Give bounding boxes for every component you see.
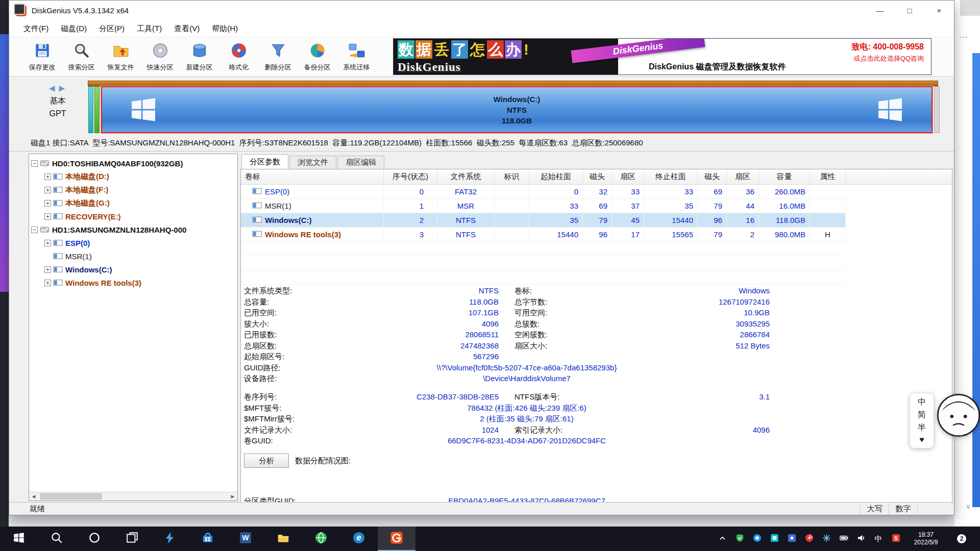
esp-partition-block[interactable]	[88, 86, 93, 133]
next-disk-button[interactable]: ▶	[59, 84, 65, 92]
menu-item-3[interactable]: 分区(P)	[93, 24, 131, 34]
pinned-app-word[interactable]: W	[227, 527, 264, 551]
tree-item[interactable]: −HD0:TOSHIBAMQ04ABF100(932GB)	[29, 157, 237, 170]
ime-statusbar[interactable]: 中简半♥	[910, 393, 980, 448]
tree-item[interactable]: +本地磁盘(F:)	[29, 183, 237, 196]
menu-item-4[interactable]: 工具(T)	[131, 24, 168, 34]
taskbar-clock[interactable]: 18:37 2022/5/9	[904, 531, 947, 546]
close-button[interactable]: ×	[924, 1, 954, 20]
column-header-4[interactable]: 标识	[495, 169, 529, 184]
column-header-1[interactable]: 卷标	[241, 169, 384, 184]
column-header-8[interactable]: 终止柱面	[644, 169, 698, 184]
pinned-app-edge[interactable]: e	[340, 527, 378, 551]
action-center-button[interactable]: 2	[947, 527, 976, 551]
tray-red-pinwheel[interactable]	[800, 527, 818, 551]
expand-icon[interactable]: +	[44, 213, 51, 220]
toolbar-backup-partition-button[interactable]: 备份分区	[298, 38, 337, 75]
partition-table-row[interactable]: ESP(0)0FAT3203233336936260.0MB	[241, 185, 846, 199]
maximize-button[interactable]: □	[895, 1, 924, 20]
tab-partition-params[interactable]: 分区参数	[241, 154, 288, 169]
tray-blue-circle[interactable]	[748, 527, 766, 551]
column-header-6[interactable]: 磁头	[583, 169, 612, 184]
sogou-mode-item-3[interactable]: 半	[918, 422, 926, 433]
column-header-3[interactable]: 文件系统	[437, 169, 495, 184]
tree-horizontal-scrollbar[interactable]: ◀ ▶	[29, 492, 237, 500]
menu-bar: 文件(F)磁盘(D)分区(P)工具(T)查看(V)帮助(H)	[9, 20, 954, 37]
scroll-left-icon[interactable]: ◀	[29, 494, 38, 499]
tray-teal-app[interactable]	[766, 527, 783, 551]
column-header-10[interactable]: 扇区	[727, 169, 759, 184]
sogou-mode-item-4[interactable]: ♥	[919, 435, 924, 444]
column-header-11[interactable]: 容量	[759, 169, 810, 184]
toolbar-recover-files-button[interactable]: 恢复文件	[101, 38, 140, 75]
tray-blue-app[interactable]	[783, 527, 800, 551]
column-header-12[interactable]: 属性	[810, 169, 846, 184]
scroll-right-icon[interactable]: ▶	[228, 494, 237, 499]
toolbar-quick-partition-button[interactable]: 快速分区	[140, 38, 180, 75]
collapse-icon[interactable]: −	[31, 160, 38, 167]
task-view-button[interactable]	[113, 527, 151, 551]
partition-table-row[interactable]: Windows RE tools(3)3NTFS1544096171556579…	[241, 228, 846, 242]
column-header-7[interactable]: 扇区	[612, 169, 644, 184]
tab-sector-edit[interactable]: 扇区编辑	[337, 156, 384, 169]
menu-item-5[interactable]: 查看(V)	[168, 24, 206, 34]
tray-ime[interactable]: 中	[870, 527, 887, 551]
tree-item[interactable]: +本地磁盘(D:)	[29, 170, 237, 183]
banner-qq-link[interactable]: 或点击此处选择QQ咨询	[854, 54, 924, 63]
msr-partition-block[interactable]	[94, 86, 100, 133]
expand-icon[interactable]: +	[44, 266, 51, 273]
ime-mascot[interactable]	[936, 393, 980, 438]
minimize-button[interactable]: —	[865, 1, 895, 20]
column-header-5[interactable]: 起始柱面	[529, 169, 583, 184]
tree-item[interactable]: +Windows RE tools(3)	[29, 276, 237, 289]
partition-table-row[interactable]: MSR(1)1MSR33693735794416.0MB	[241, 199, 846, 213]
app-diskgenius[interactable]	[378, 527, 415, 551]
taskbar-search-button[interactable]	[38, 527, 76, 551]
tree-item[interactable]: +RECOVERY(E:)	[29, 210, 237, 223]
toolbar-delete-partition-button[interactable]: 删除分区	[258, 38, 298, 75]
sogou-mode-item-2[interactable]: 简	[918, 410, 926, 420]
toolbar-new-partition-button[interactable]: 新建分区	[180, 38, 219, 75]
expand-icon[interactable]: +	[44, 240, 51, 246]
prev-disk-button[interactable]: ◀	[49, 84, 55, 92]
expand-icon[interactable]: +	[44, 280, 51, 286]
windows-partition-block[interactable]: Windows(C:) NTFS 118.0GB	[101, 86, 933, 133]
toolbar-save-button[interactable]: 保存更改	[22, 38, 62, 75]
sogou-mode-item-1[interactable]: 中	[918, 397, 926, 408]
ad-banner[interactable]: 数据丢了怎么办! DiskGenius DiskGenius 致电: 400-0…	[393, 38, 932, 75]
start-button[interactable]	[0, 527, 38, 551]
tray-sogou[interactable]: S	[887, 527, 904, 551]
pinned-app-explorer[interactable]	[264, 527, 302, 551]
toolbar-format-button[interactable]: 格式化	[219, 38, 258, 75]
tab-browse-files[interactable]: 浏览文件	[289, 156, 336, 169]
tray-volume[interactable]	[852, 527, 870, 551]
column-header-9[interactable]: 磁头	[698, 169, 727, 184]
expand-icon[interactable]: +	[44, 200, 51, 207]
expand-icon[interactable]: +	[44, 173, 51, 180]
tree-item[interactable]: +ESP(0)	[29, 236, 237, 249]
tray-green-shield[interactable]	[731, 527, 748, 551]
tree-item[interactable]: −HD1:SAMSUNGMZNLN128HAHQ-000	[29, 223, 237, 236]
toolbar-search-partition-button[interactable]: 搜索分区	[62, 38, 101, 75]
pinned-app-bolt[interactable]	[151, 527, 189, 551]
tray-expand[interactable]	[714, 527, 731, 551]
pinned-app-green[interactable]	[302, 527, 340, 551]
collapse-icon[interactable]: −	[31, 227, 38, 233]
tree-item[interactable]: +本地磁盘(G:)	[29, 196, 237, 210]
partition-table-row[interactable]: Windows(C:)2NTFS357945154409616118.0GB	[241, 213, 846, 228]
cortana-button[interactable]	[76, 527, 113, 551]
analyze-button[interactable]: 分析	[244, 454, 289, 468]
expand-icon[interactable]: +	[44, 187, 51, 193]
scroll-down-icon[interactable]: ∨	[966, 503, 971, 510]
menu-item-1[interactable]: 文件(F)	[17, 24, 55, 34]
toolbar-system-migration-button[interactable]: 系统迁移	[337, 38, 376, 75]
tree-item[interactable]: MSR(1)	[29, 249, 237, 263]
menu-item-2[interactable]: 磁盘(D)	[55, 24, 93, 34]
scrollbar-thumb[interactable]	[40, 493, 102, 499]
tree-item[interactable]: +Windows(C:)	[29, 263, 237, 276]
menu-item-6[interactable]: 帮助(H)	[206, 24, 244, 34]
tray-snowflake[interactable]	[818, 527, 835, 551]
column-header-2[interactable]: 序号(状态)	[384, 169, 437, 184]
tray-battery[interactable]	[835, 527, 852, 551]
pinned-app-store[interactable]	[189, 527, 227, 551]
